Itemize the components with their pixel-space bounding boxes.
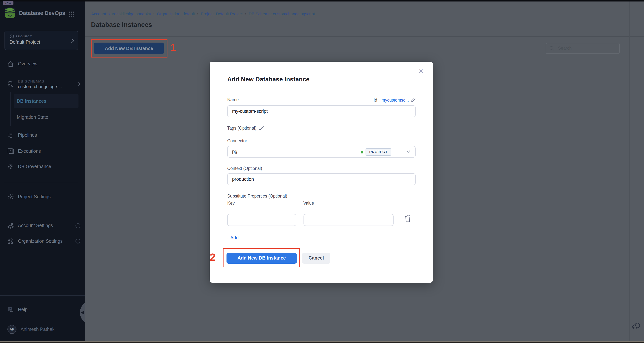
connector-value: pg [232,149,237,154]
chevron-right-icon [71,38,74,43]
add-property-row-link[interactable]: + Add [226,235,239,241]
edit-pencil-icon[interactable] [411,97,416,102]
edit-pencil-icon[interactable] [259,125,264,130]
new-badge: NEW [2,1,14,5]
connector-label: Connector [227,139,247,143]
user-menu[interactable]: AP Animesh Pathak [8,325,80,334]
id-label: Id : [374,98,380,102]
sidebar-divider [4,182,78,183]
header-divider [85,36,644,36]
delete-row-trash-icon[interactable] [404,214,411,223]
sidebar-item-migration-state[interactable]: Migration State [14,113,78,121]
chevron-right-icon [77,81,80,87]
sidebar-item-label: DB Instances [17,98,46,104]
close-icon[interactable]: ✕ [418,68,424,75]
sidebar-item-account-settings[interactable]: Account Settings i [8,221,80,230]
desktop-strip [0,342,644,343]
sidebar-item-db-governance[interactable]: DB Governance [8,162,80,170]
breadcrumb-project[interactable]: Project: Default Project [201,11,243,16]
module-grid-icon[interactable] [68,11,74,17]
app-brand: ∞ Database DevOps [4,7,79,19]
collapse-arrow-icon [81,311,84,315]
annotation-number-1: 1 [170,42,176,53]
db-schema-icon [8,81,14,87]
window-top-bar [0,0,644,1]
sidebar-item-project-settings[interactable]: Project Settings [8,193,80,201]
user-name: Animesh Pathak [20,327,54,332]
sidebar-item-help[interactable]: ? Help [8,306,80,314]
database-devops-logo-icon: ∞ [4,7,16,18]
search-box[interactable] [546,43,620,54]
project-selector[interactable]: PROJECT Default Project [4,30,78,50]
sidebar-item-pipelines[interactable]: Pipelines [8,131,80,139]
governance-gear-icon [8,163,14,170]
screen: Account: kurosakiichigo.songoku › Organi… [0,0,644,343]
svg-text:?: ? [9,307,11,310]
sidebar-item-label: DB Governance [18,164,51,169]
breadcrumb-db-schema[interactable]: DB Schema: customchangelogscript [249,11,315,16]
key-column-label: Key [227,201,235,205]
page-title: Database Instances [91,21,152,29]
search-input[interactable] [557,46,615,51]
gear-icon [8,193,14,200]
value-column-label: Value [303,201,314,205]
sidebar-item-label: Migration State [17,114,48,120]
annotation-box-step2 [223,248,300,267]
content-right-divider [629,1,630,342]
db-schema-name: custom-changelog-s... [18,84,62,89]
connector-status-dot [361,151,363,153]
sidebar-item-db-schemas[interactable]: DB SCHEMAS custom-changelog-s... [8,76,80,92]
breadcrumb-account[interactable]: Account: kurosakiichigo.songoku [91,11,151,16]
user-avatar[interactable]: AP [8,325,16,334]
project-selector-label: PROJECT [16,34,32,38]
context-label: Context (Optional) [227,166,262,171]
sidebar-item-label: Account Settings [18,223,53,228]
nav-tree-line [10,92,11,126]
annotation-number-2: 2 [210,251,216,263]
info-icon[interactable]: i [76,239,80,244]
cancel-button[interactable]: Cancel [302,253,330,264]
id-value-link[interactable]: mycustomsc... [382,98,409,102]
annotation-box-step1 [91,39,167,57]
tags-label: Tags (Optional) [227,126,256,130]
svg-text:∞: ∞ [8,12,12,18]
modal-title: Add New Database Instance [227,76,310,83]
chat-support-icon[interactable] [632,321,640,330]
app-name: Database DevOps [19,10,65,16]
breadcrumb-separator: › [197,11,198,16]
executions-icon [8,148,14,154]
sidebar-divider [0,295,85,296]
name-label: Name [227,97,239,102]
sidebar-item-overview[interactable]: Overview [8,60,80,68]
home-icon [8,61,14,67]
breadcrumb-organization[interactable]: Organization: default [157,11,195,16]
connector-scope-badge: PROJECT [366,148,391,156]
help-chat-icon: ? [8,307,14,313]
substitute-key-input[interactable] [227,214,296,226]
breadcrumb-separator: › [245,11,246,16]
sidebar-item-db-instances[interactable]: DB Instances [14,94,78,108]
chevron-down-icon [406,150,410,153]
db-schemas-section-label: DB SCHEMAS [18,79,62,83]
breadcrumb: Account: kurosakiichigo.songoku › Organi… [91,11,315,16]
substitute-value-input[interactable] [303,214,394,226]
context-input[interactable] [227,173,416,185]
info-icon[interactable]: i [76,223,80,228]
substitute-properties-label: Substitute Properties (Optional) [227,194,287,198]
sidebar-item-label: Executions [18,148,41,154]
sidebar-item-executions[interactable]: Executions [8,147,80,155]
connector-select[interactable]: pg PROJECT [227,146,416,157]
org-chart-gear-icon [8,238,14,244]
sidebar: ∞ Database DevOps PROJECT Default Projec… [0,0,85,342]
sidebar-item-label: Overview [18,61,38,66]
pipelines-icon [8,132,14,138]
breadcrumb-separator: › [153,11,154,16]
name-input[interactable] [227,105,416,117]
sidebar-item-label: Help [18,307,28,312]
sidebar-item-label: Project Settings [18,194,51,199]
project-selector-name: Default Project [10,39,40,45]
sidebar-item-label: Pipelines [18,133,37,138]
layers-gear-icon [8,222,14,229]
sidebar-item-organization-settings[interactable]: Organization Settings i [8,237,80,245]
sidebar-divider [4,212,78,212]
